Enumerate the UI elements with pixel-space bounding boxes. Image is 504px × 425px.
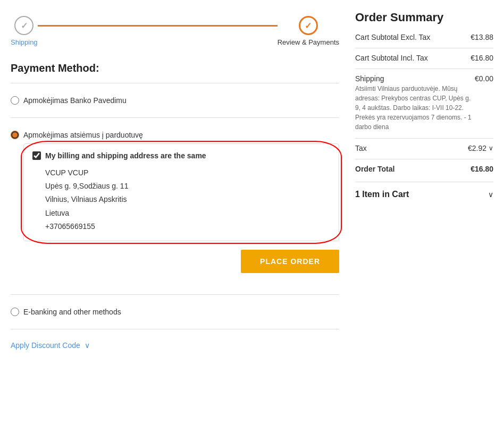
discount-chevron-icon: ∨ [85,341,90,350]
radio-bank[interactable] [11,96,19,105]
cart-subtotal-excl-value: €13.88 [471,33,493,41]
order-total-row: Order Total €16.80 [355,165,493,173]
summary-divider-2 [355,69,493,69]
payment-option-ebanking[interactable]: E-banking and other methods [11,301,339,322]
step-review-label: Review & Payments [278,38,339,46]
summary-divider-1 [355,48,493,48]
payment-option-store[interactable]: Apmokėjimas atsiėmus į parduotuvę My bil… [11,124,339,288]
step-line-1 [38,25,278,27]
billing-checkbox-row[interactable]: My billing and shipping address are the … [32,151,330,160]
payment-option-bank[interactable]: Apmokėjimas Banko Pavedimu [11,90,339,111]
order-summary-title: Order Summary [355,11,493,24]
divider-bank [11,117,339,118]
summary-divider-4 [355,159,493,159]
item-cart-chevron-icon: ∨ [488,190,493,199]
payment-method-title: Payment Method: [11,62,339,74]
payment-bank-label: Apmokėjimas Banko Pavedimu [23,96,127,105]
divider-top [11,83,339,83]
address-line-2: Upės g. 9,Sodžiaus g. 11 [45,180,330,193]
divider-ebanking [11,329,339,329]
shipping-value: €0.00 [475,74,493,83]
cart-subtotal-incl-label: Cart Subtotal Incl. Tax [355,54,471,62]
payment-store-label: Apmokėjimas atsiėmus į parduotuvę [23,131,143,139]
shipping-label: Shipping [355,74,475,83]
tax-label: Tax [355,144,468,152]
tax-row: Tax €2.92 ∨ [355,144,493,152]
discount-code-row[interactable]: Apply Discount Code ∨ [11,336,339,355]
item-cart-label: 1 Item in Cart [355,190,409,199]
cart-subtotal-excl-row: Cart Subtotal Excl. Tax €13.88 [355,33,493,41]
item-cart-row[interactable]: 1 Item in Cart ∨ [355,182,493,199]
order-total-value: €16.80 [471,165,493,173]
step-shipping-circle: ✓ [14,16,33,35]
place-order-row: PLACE ORDER [11,250,339,273]
radio-ebanking[interactable] [11,308,19,316]
tax-value-container: €2.92 ∨ [468,144,493,152]
address-line-5: +37065669155 [45,220,330,233]
billing-checkbox-label: My billing and shipping address are the … [45,151,206,160]
main-content: ✓ Shipping ✓ Review & Payments Payment M… [11,11,339,355]
address-line-1: VCUP VCUP [45,166,330,180]
cart-subtotal-incl-row: Cart Subtotal Incl. Tax €16.80 [355,54,493,62]
billing-address-box: My billing and shipping address are the … [23,143,339,241]
order-total-label: Order Total [355,165,394,173]
shipping-row: Shipping Atsiimti Vilniaus parduotuvėje.… [355,74,493,132]
radio-store[interactable] [11,131,19,139]
stepper: ✓ Shipping ✓ Review & Payments [11,11,339,46]
tax-value: €2.92 [468,144,486,152]
address-block: VCUP VCUP Upės g. 9,Sodžiaus g. 11 Vilni… [45,166,330,233]
discount-code-label: Apply Discount Code [11,341,80,350]
divider-store [11,294,339,295]
step-review-circle: ✓ [299,16,318,35]
step-review: ✓ Review & Payments [278,16,339,46]
address-line-4: Lietuva [45,207,330,220]
step-shipping-label: Shipping [11,38,38,46]
summary-divider-3 [355,138,493,139]
tax-chevron-icon[interactable]: ∨ [489,144,493,152]
step-shipping: ✓ Shipping [11,16,38,46]
payment-ebanking-label: E-banking and other methods [23,308,121,316]
order-summary-sidebar: Order Summary Cart Subtotal Excl. Tax €1… [355,11,493,355]
cart-subtotal-incl-value: €16.80 [471,54,493,62]
shipping-description: Atsiimti Vilniaus parduotuvėje. Mūsų adr… [355,84,475,132]
place-order-button[interactable]: PLACE ORDER [241,250,339,273]
billing-same-checkbox[interactable] [32,151,41,160]
address-line-3: Vilnius, Vilniaus Apskritis [45,193,330,206]
cart-subtotal-excl-label: Cart Subtotal Excl. Tax [355,33,471,41]
